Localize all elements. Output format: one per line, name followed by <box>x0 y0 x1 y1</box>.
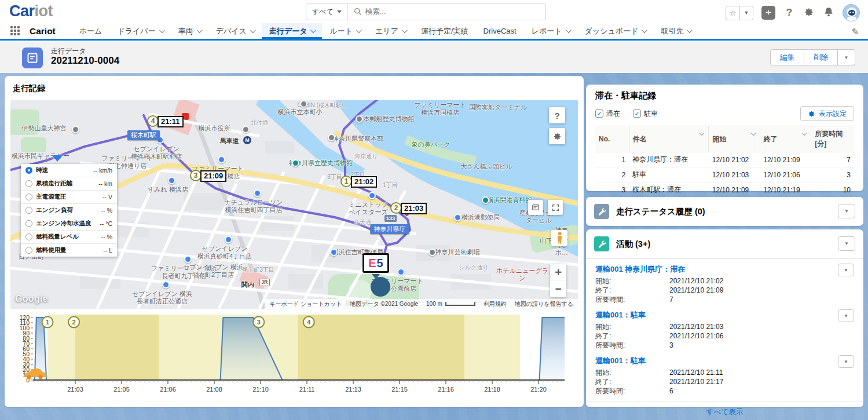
route-point-marker[interactable]: 3 21:09 <box>190 170 226 182</box>
radio-icon[interactable] <box>25 220 32 227</box>
column-no[interactable]: No. <box>595 126 629 152</box>
map-inset-toggle-button[interactable] <box>528 200 543 215</box>
poi-pin-icon[interactable] <box>328 134 335 141</box>
poi-pin-icon[interactable] <box>330 249 338 256</box>
poi-pin-icon[interactable] <box>454 214 462 221</box>
notification-bell-icon[interactable] <box>823 7 834 19</box>
telemetry-option[interactable]: 時速 -- km/h <box>21 164 117 177</box>
poi-pin-icon[interactable] <box>254 189 261 197</box>
poi-pin-icon[interactable] <box>225 236 232 243</box>
edit-navigation-pencil-icon[interactable]: ✎ <box>851 27 859 37</box>
table-row[interactable]: 3 桜木町駅：滞在 12/10 21:09 12/10 21:19 10 <box>595 182 854 198</box>
terms-link[interactable]: 利用規約 <box>484 300 507 308</box>
activity-link[interactable]: 運輸001 神奈川県庁：滞在 <box>595 264 685 275</box>
poi-pin-icon[interactable] <box>72 126 79 133</box>
search-input[interactable] <box>365 8 540 16</box>
telemetry-option[interactable]: エンジン負荷 -- % <box>21 204 117 217</box>
nav-tab[interactable]: ドライバー <box>109 23 170 39</box>
vehicle-marker[interactable]: E 5 <box>362 253 389 273</box>
setup-gear-icon[interactable] <box>803 7 815 19</box>
filter-checkbox-item[interactable]: ✓ 駐車 <box>633 109 658 119</box>
global-search[interactable]: すべて <box>306 3 546 20</box>
delete-button[interactable]: 削除 <box>804 49 838 65</box>
nav-tab[interactable]: 走行データ <box>262 23 323 39</box>
checkbox-icon[interactable]: ✓ <box>633 109 641 118</box>
fullscreen-button[interactable] <box>548 200 563 215</box>
map-canvas[interactable]: CABIN (桜木町駅/…横浜市立本町小伊勢山皇大神宮横浜市民ギャラリー横浜市役… <box>10 100 578 309</box>
poi-pin-icon[interactable] <box>397 268 405 276</box>
report-map-error-link[interactable]: 地図の誤りを報告する <box>515 300 573 308</box>
poi-pin-icon[interactable] <box>242 126 250 133</box>
search-box[interactable] <box>348 3 545 20</box>
column-name[interactable]: 件名 <box>629 126 709 152</box>
favorites-button-group[interactable]: ☆ ▼ <box>726 6 753 20</box>
poi-pin-icon[interactable] <box>482 196 489 204</box>
column-start[interactable]: 開始 <box>709 126 760 152</box>
nav-tab[interactable]: 車両 <box>171 23 208 39</box>
telemetry-option[interactable]: 累積走行距離 -- km <box>21 177 117 191</box>
zoom-out-button[interactable]: − <box>550 280 566 297</box>
poi-pin-icon[interactable] <box>184 255 192 263</box>
poi-pin-icon[interactable] <box>162 281 170 288</box>
search-scope-select[interactable]: すべて <box>306 3 348 20</box>
column-minutes[interactable]: 所要時間[分] <box>811 126 854 152</box>
table-row[interactable]: 2 駐車 12/10 21:03 12/10 21:06 3 <box>595 167 854 182</box>
cariot-logo[interactable]: Cariot <box>9 2 53 20</box>
checkbox-icon[interactable]: ✓ <box>595 109 603 118</box>
favorites-caret-icon[interactable]: ▼ <box>739 6 753 20</box>
map-settings-gear-button[interactable] <box>549 128 565 144</box>
activity-link[interactable]: 運輸001：駐車 <box>595 310 646 320</box>
poi-pin-icon[interactable] <box>292 159 299 167</box>
section-dropdown-button[interactable]: ▼ <box>838 236 855 251</box>
keyboard-shortcuts-link[interactable]: キーボード ショートカット <box>269 300 342 308</box>
poi-pin-icon[interactable] <box>300 100 307 108</box>
activity-dropdown-button[interactable]: ▼ <box>838 355 854 368</box>
poi-pin-icon[interactable] <box>356 115 363 123</box>
user-avatar[interactable] <box>843 4 860 21</box>
radio-icon[interactable] <box>25 180 32 187</box>
legend-collapse-icon[interactable] <box>52 155 63 162</box>
nav-tab[interactable]: 運行予定/実績 <box>413 23 476 39</box>
telemetry-option[interactable]: エンジン冷却水温度 -- °C <box>21 217 117 231</box>
table-row[interactable]: 1 神奈川県庁：滞在 12/10 21:02 12/10 21:09 7 <box>595 152 854 167</box>
nav-tab[interactable]: ルート <box>322 23 368 39</box>
radio-icon[interactable] <box>25 167 32 174</box>
filter-checkbox-item[interactable]: ✓ 滞在 <box>595 109 620 119</box>
street-view-pegman-icon[interactable] <box>551 230 567 246</box>
radio-icon[interactable] <box>25 193 32 200</box>
poi-pin-icon[interactable] <box>168 177 175 184</box>
nav-tab[interactable]: 取引先 <box>653 23 698 39</box>
radio-icon[interactable] <box>25 247 32 254</box>
route-point-marker[interactable]: 4 21:11 <box>147 115 184 127</box>
route-point-marker[interactable]: 2 21:03 <box>390 202 427 214</box>
nav-tab[interactable]: ダッシュボード <box>577 23 654 39</box>
telemetry-option[interactable]: 主電源電圧 -- V <box>21 191 117 204</box>
nav-tab[interactable]: レポート <box>524 23 577 39</box>
favorites-star-icon[interactable]: ☆ <box>726 6 739 20</box>
map-help-button[interactable]: ? <box>549 107 565 123</box>
telemetry-option[interactable]: 燃料残量レベル -- % <box>21 231 117 244</box>
section-dropdown-button[interactable]: ▼ <box>838 204 855 218</box>
column-end[interactable]: 終了 <box>760 126 811 152</box>
activity-dropdown-button[interactable]: ▼ <box>838 309 854 322</box>
nav-tab[interactable]: ホーム <box>72 23 110 39</box>
add-icon[interactable]: ＋ <box>761 6 775 20</box>
activity-link[interactable]: 運輸001：駐車 <box>595 356 646 366</box>
radio-icon[interactable] <box>25 207 32 214</box>
current-position-dot[interactable] <box>371 277 390 297</box>
radio-icon[interactable] <box>25 233 32 240</box>
nav-tab[interactable]: デバイス <box>208 23 262 39</box>
app-launcher-icon[interactable] <box>10 26 20 36</box>
poi-pin-icon[interactable] <box>428 249 436 256</box>
poi-pin-icon[interactable] <box>218 156 225 163</box>
edit-button[interactable]: 編集 <box>770 49 804 65</box>
activity-dropdown-button[interactable]: ▼ <box>838 264 854 276</box>
view-all-link[interactable]: すべて表示 <box>706 408 743 416</box>
zoom-in-button[interactable]: ＋ <box>550 264 566 280</box>
route-point-marker[interactable]: 1 21:02 <box>340 176 377 188</box>
display-settings-button[interactable]: 表示設定 <box>800 106 854 121</box>
help-icon[interactable]: ? <box>783 7 795 19</box>
telemetry-option[interactable]: 燃料使用量 -- L <box>21 244 117 257</box>
more-actions-caret-button[interactable]: ▼ <box>838 49 855 65</box>
poi-pin-icon[interactable] <box>368 192 376 199</box>
